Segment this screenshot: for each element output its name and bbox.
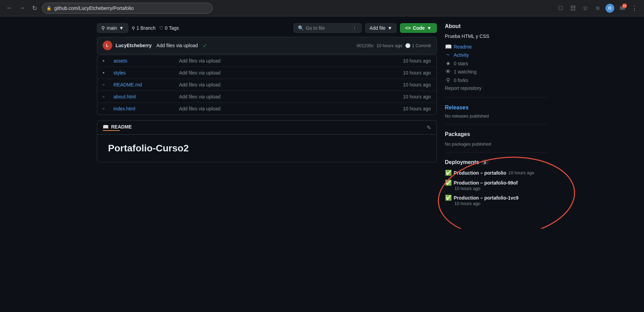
sidebar-watching-row[interactable]: 👁 1 watching — [445, 68, 547, 76]
file-name[interactable]: about.html — [114, 94, 175, 99]
profile-avatar: O — [605, 4, 614, 13]
goto-kbd: t — [352, 25, 357, 31]
sidebar-forks-row[interactable]: ⚲ 0 forks — [445, 76, 547, 84]
deployment-sub-3: 10 hours ago — [455, 201, 547, 206]
deployments-title: Deployments — [445, 159, 479, 165]
table-row[interactable]: ▫ README.md Add files via upload 10 hour… — [97, 79, 437, 91]
readme-title: README — [111, 124, 132, 130]
file-name[interactable]: README.md — [114, 82, 175, 87]
deployment-check-icon-3: ✅ — [445, 194, 452, 201]
tags-label: Tags — [169, 25, 179, 31]
deployment-check-icon-1: ✅ — [445, 169, 452, 176]
address-bar[interactable]: 🔒 github.com/LucyEtcheberry/Portafolio — [42, 3, 213, 14]
url-text: github.com/LucyEtcheberry/Portafolio — [54, 5, 134, 11]
readme-content: Portafolio-Curso2 — [97, 135, 437, 162]
activity-icon: ~ — [445, 52, 451, 58]
add-file-dropdown-icon: ▼ — [387, 25, 392, 31]
sidebar-report-row[interactable]: Report repository — [445, 84, 547, 92]
back-button[interactable]: ← — [4, 3, 14, 13]
browser-right-icons: □ ☷ ☆ ◾ O ✉ 22 ⋮ — [555, 3, 640, 14]
commit-time: 10 hours ago — [376, 43, 402, 48]
file-time: 10 hours ago — [390, 94, 431, 99]
commit-count-link[interactable]: 🕐 1 Commit — [405, 43, 431, 48]
deployment-name-3[interactable]: Production – portafolio-1vc9 — [454, 195, 519, 201]
branches-link[interactable]: ⚲ 1 Branch — [132, 25, 156, 31]
sidebar-about-section: About Prueba HTML y CSS 📖 Readme ~ Activ… — [445, 23, 547, 98]
releases-title[interactable]: Releases — [445, 105, 547, 111]
tags-icon: ♡ — [159, 25, 163, 31]
branches-label: Branch — [141, 25, 156, 31]
star-icon: ★ — [445, 60, 451, 67]
bookmark-icon[interactable]: ☆ — [580, 3, 591, 14]
deployment-name-2[interactable]: Production – portafolio-99of — [454, 180, 518, 186]
sidebar-activity-link[interactable]: ~ Activity — [445, 51, 547, 59]
tags-link[interactable]: ♡ 0 Tags — [159, 25, 179, 31]
readme-box: 📖 README ✎ Portafolio-Curso2 — [97, 120, 437, 162]
notification-badge: 22 — [622, 3, 627, 8]
translate-icon[interactable]: ☷ — [568, 3, 578, 14]
readme-title-row: 📖 README — [103, 124, 132, 130]
file-commit-msg: Add files via upload — [179, 106, 386, 111]
fork-icon: ⚲ — [445, 77, 451, 83]
commit-box: L LucyEtcheberry Add files via upload ✓ … — [97, 37, 437, 54]
deployment-name-1[interactable]: Production – portafolio — [454, 170, 506, 176]
menu-icon[interactable]: ⋮ — [629, 3, 640, 14]
toolbar: ⚲ main ▼ ⚲ 1 Branch ♡ 0 Tags 🔍 Go to fil… — [97, 23, 437, 33]
sidebar-description: Prueba HTML y CSS — [445, 33, 547, 39]
refresh-button[interactable]: ↻ — [30, 3, 39, 13]
commit-meta: 001235c 10 hours ago 🕐 1 Commit — [357, 43, 431, 48]
forward-button[interactable]: → — [17, 3, 27, 13]
file-commit-msg: Add files via upload — [179, 94, 386, 99]
profile-icon[interactable]: O — [604, 3, 615, 14]
goto-file-button[interactable]: 🔍 Go to file t — [294, 23, 362, 33]
readme-header: 📖 README ✎ — [97, 121, 437, 135]
file-name[interactable]: assets — [114, 58, 175, 64]
table-row[interactable]: ▪ styles Add files via upload 10 hours a… — [97, 67, 437, 79]
commit-message: Add files via upload — [156, 43, 198, 48]
cast-icon[interactable]: □ — [555, 3, 566, 14]
commit-author[interactable]: LucyEtcheberry — [116, 43, 152, 48]
branches-icon: ⚲ — [132, 26, 135, 31]
commit-count: 1 Commit — [412, 43, 431, 48]
commit-hash[interactable]: 001235c — [357, 43, 374, 48]
add-file-button[interactable]: Add file ▼ — [365, 23, 397, 33]
code-label: Code — [413, 25, 425, 31]
stars-label: 0 stars — [454, 61, 468, 66]
commit-avatar: L — [103, 41, 112, 50]
file-table: ▪ assets Add files via upload 10 hours a… — [97, 55, 437, 115]
readme-edit-icon[interactable]: ✎ — [427, 124, 431, 131]
sidebar-stars-row[interactable]: ★ 0 stars — [445, 59, 547, 68]
activity-link-label: Activity — [454, 52, 469, 58]
readme-underline — [103, 130, 120, 131]
about-title: About — [445, 23, 547, 29]
watching-label: 1 watching — [454, 69, 477, 74]
file-name[interactable]: styles — [114, 70, 175, 76]
commit-check-icon: ✓ — [203, 42, 207, 49]
deployment-time-1: 10 hours ago — [509, 170, 534, 175]
clock-icon: 🕐 — [405, 43, 411, 48]
branch-name: main — [107, 25, 117, 31]
eye-icon: 👁 — [445, 69, 451, 75]
deployment-item-3: ✅ Production – portafolio-1vc9 10 hours … — [445, 194, 547, 206]
notifications-icon[interactable]: ✉ 22 — [617, 3, 628, 14]
branch-selector[interactable]: ⚲ main ▼ — [97, 23, 128, 33]
code-button[interactable]: <> Code ▼ — [400, 23, 437, 33]
report-label: Report repository — [445, 85, 482, 91]
readme-link-label: Readme — [454, 44, 472, 50]
readme-title-container: 📖 README — [103, 124, 132, 131]
url-security-icon: 🔒 — [46, 6, 52, 11]
sidebar-readme-link[interactable]: 📖 Readme — [445, 42, 547, 51]
deployments-badge: 3 — [481, 160, 488, 165]
table-row[interactable]: ▫ about.html Add files via upload 10 hou… — [97, 91, 437, 103]
table-row[interactable]: ▫ index.html Add files via upload 10 hou… — [97, 103, 437, 114]
browser-chrome: ← → ↻ 🔒 github.com/LucyEtcheberry/Portaf… — [0, 0, 644, 16]
file-type-icon: ▫ — [103, 94, 110, 100]
add-file-label: Add file — [370, 25, 386, 31]
sidebar-releases-section: Releases No releases published — [445, 105, 547, 124]
file-name[interactable]: index.html — [114, 106, 175, 111]
sidebar-packages-section: Packages No packages published — [445, 131, 547, 152]
table-row[interactable]: ▪ assets Add files via upload 10 hours a… — [97, 55, 437, 67]
extensions-icon[interactable]: ◾ — [592, 3, 603, 14]
page-container: ⚲ main ▼ ⚲ 1 Branch ♡ 0 Tags 🔍 Go to fil… — [83, 16, 561, 229]
tags-count: 0 — [165, 25, 168, 31]
